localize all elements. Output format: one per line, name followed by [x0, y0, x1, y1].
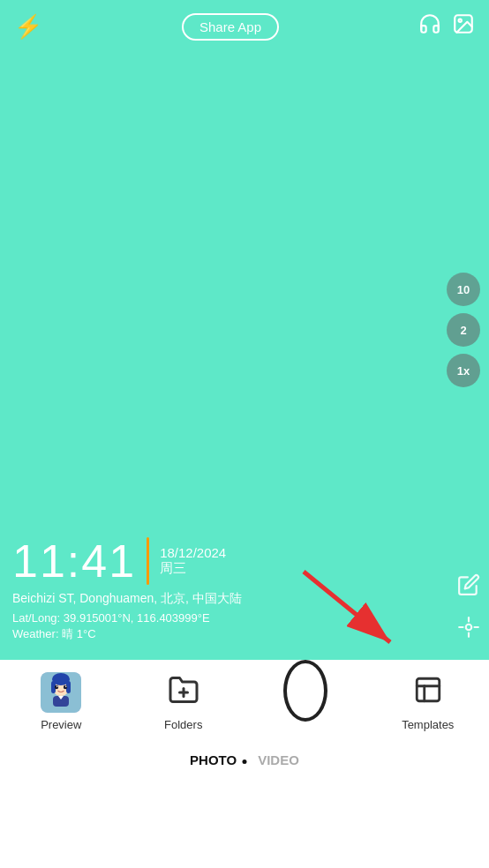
headset-icon[interactable]: [418, 12, 441, 41]
preview-icon-wrap: [39, 670, 83, 715]
preview-label: Preview: [41, 718, 81, 731]
svg-point-15: [55, 685, 58, 689]
svg-point-1: [459, 19, 462, 22]
share-app-button[interactable]: Share App: [182, 13, 279, 41]
day-text: 周三: [160, 560, 226, 577]
date-text: 18/12/2024: [160, 545, 226, 560]
svg-point-18: [65, 686, 67, 688]
capture-icon-wrap: [283, 670, 327, 715]
top-bar: ⚡ Share App: [0, 0, 489, 53]
edit-icon[interactable]: [457, 573, 480, 602]
nav-capture[interactable]: [270, 670, 341, 715]
folders-label: Folders: [164, 718, 202, 731]
zoom-controls: 10 2 1x: [447, 273, 480, 387]
info-overlay: 11:41 18/12/2024 周三 Beichizi ST, Donghua…: [12, 537, 436, 642]
folders-icon-wrap: [162, 670, 206, 715]
mode-toggle: PHOTO VIDEO: [0, 752, 489, 767]
time-divider: [147, 537, 149, 585]
nav-folders[interactable]: Folders: [148, 670, 219, 731]
svg-point-16: [64, 685, 67, 689]
camera-preview: ⚡ Share App 10 2 1x: [0, 0, 489, 660]
zoom-2-button[interactable]: 2: [447, 313, 480, 347]
photo-mode-label[interactable]: PHOTO: [190, 752, 237, 767]
nav-templates[interactable]: Templates: [393, 670, 463, 731]
screenshot-icon[interactable]: [452, 12, 475, 41]
folders-icon: [168, 674, 199, 712]
weather-text: Weather: 晴 1°C: [12, 626, 436, 642]
avatar-icon: [41, 672, 81, 713]
flash-icon[interactable]: ⚡: [14, 13, 42, 41]
zoom-1x-button[interactable]: 1x: [447, 354, 480, 387]
svg-point-17: [56, 686, 58, 688]
templates-icon-wrap: [406, 670, 450, 715]
location-address: Beichizi ST, Donghuamen, 北京, 中国大陆: [12, 590, 436, 608]
video-mode-label[interactable]: VIDEO: [258, 752, 299, 767]
active-mode-dot: [243, 760, 247, 764]
svg-rect-22: [417, 678, 440, 701]
capture-button[interactable]: [283, 660, 327, 722]
top-right-icons: [418, 12, 475, 41]
svg-point-2: [466, 625, 472, 631]
zoom-10-button[interactable]: 10: [447, 273, 480, 306]
bottom-nav: Preview Folders: [0, 660, 489, 774]
templates-icon: [413, 675, 443, 711]
latlong-text: Lat/Long: 39.915001°N, 116.403999°E: [12, 611, 436, 625]
location-icon[interactable]: [457, 616, 480, 644]
templates-label: Templates: [402, 718, 454, 731]
date-day-col: 18/12/2024 周三: [160, 545, 226, 577]
nav-preview[interactable]: Preview: [26, 670, 96, 731]
time-display: 11:41: [12, 538, 136, 584]
bottom-right-icons: [457, 573, 480, 644]
time-row: 11:41 18/12/2024 周三: [12, 537, 436, 585]
